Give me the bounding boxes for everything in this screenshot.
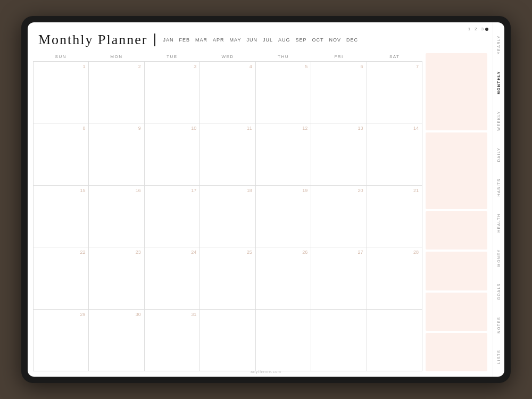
page-num-2: 2 [475,27,477,31]
date-number-22: 22 [80,250,85,255]
cal-cell-28[interactable]: 28 [367,247,422,309]
cal-cell-8[interactable]: 8 [34,123,89,185]
side-block-5 [426,293,487,331]
cal-cell-18[interactable]: 18 [200,186,255,247]
date-number-15: 15 [80,188,85,193]
nav-weekly[interactable]: WEEKLY [496,109,502,133]
cal-cell-3[interactable]: 3 [145,62,200,123]
date-number-12: 12 [302,126,307,131]
nav-notes[interactable]: NOTES [496,314,502,336]
cal-cell-32[interactable] [200,310,255,371]
date-number-16: 16 [136,188,141,193]
day-sun: SUN [33,53,89,60]
date-number-8: 8 [82,126,85,131]
calendar-grid-container: SUN MON TUE WED THU FRI SAT 123456789101… [33,53,422,371]
cal-cell-5[interactable]: 5 [256,62,311,123]
date-number-1: 1 [82,64,85,69]
cal-cell-34[interactable] [311,310,367,371]
date-number-23: 23 [136,250,141,255]
cal-cell-4[interactable]: 4 [200,62,255,123]
day-tue: TUE [144,53,200,60]
sidebar-nav: YEARLY MONTHLY WEEKLY DAILY HABITS HEALT… [493,22,504,377]
date-number-14: 14 [413,126,419,131]
cal-cell-33[interactable] [256,310,311,371]
nav-lists[interactable]: LISTS [496,347,502,366]
date-number-17: 17 [191,188,196,193]
cal-cell-23[interactable]: 23 [89,247,144,309]
cal-cell-19[interactable]: 19 [256,186,311,247]
month-jul[interactable]: JUL [262,36,273,44]
cal-cell-10[interactable]: 10 [145,123,200,185]
nav-daily[interactable]: DAILY [496,145,502,164]
nav-goals[interactable]: GOALS [496,281,502,302]
cal-cell-27[interactable]: 27 [311,247,367,309]
day-headers: SUN MON TUE WED THU FRI SAT [33,53,422,60]
date-number-27: 27 [358,250,363,255]
date-number-9: 9 [138,126,141,131]
cal-cell-14[interactable]: 14 [367,123,422,185]
nav-yearly[interactable]: YEARLY [496,33,502,56]
month-tabs: JAN FEB MAR APR MAY JUN JUL AUG SEP OCT … [163,36,359,44]
nav-monthly[interactable]: MONTHLY [496,69,502,96]
cal-cell-25[interactable]: 25 [200,247,255,309]
header-divider [154,34,155,46]
cal-cell-9[interactable]: 9 [89,123,144,185]
date-number-3: 3 [194,64,196,69]
cal-cell-15[interactable]: 15 [34,186,89,247]
date-number-6: 6 [361,64,363,69]
calendar-area: SUN MON TUE WED THU FRI SAT 123456789101… [33,53,487,371]
cal-cell-2[interactable]: 2 [89,62,144,123]
cal-cell-13[interactable]: 13 [311,123,367,185]
cal-cell-29[interactable]: 29 [34,310,89,371]
side-block-6 [426,333,487,371]
cal-cell-6[interactable]: 6 [311,62,367,123]
month-may[interactable]: MAY [229,36,242,44]
cal-cell-26[interactable]: 26 [256,247,311,309]
side-block-3 [426,211,487,250]
date-number-24: 24 [191,250,196,255]
day-thu: THU [255,53,311,60]
month-mar[interactable]: MAR [195,36,208,44]
cal-cell-22[interactable]: 22 [34,247,89,309]
cal-cell-16[interactable]: 16 [89,186,144,247]
date-number-7: 7 [416,64,419,69]
side-block-1 [426,53,487,130]
month-oct[interactable]: OCT [311,36,324,44]
date-number-13: 13 [358,126,363,131]
month-dec[interactable]: DEC [346,36,359,44]
cal-cell-20[interactable]: 20 [311,186,367,247]
cal-cell-7[interactable]: 7 [367,62,422,123]
nav-health[interactable]: HEALTH [496,211,502,235]
date-number-11: 11 [247,126,252,131]
month-jun[interactable]: JUN [246,36,258,44]
cal-cell-31[interactable]: 31 [145,310,200,371]
month-nov[interactable]: NOV [328,36,342,44]
calendar-grid: 1234567891011121314151617181920212223242… [33,61,422,371]
cal-cell-1[interactable]: 1 [34,62,89,123]
date-number-26: 26 [302,250,307,255]
watermark: anytheme.com [251,370,281,373]
device-screen: 1 2 3 Monthly Planner JAN FEB MAR APR MA… [28,22,504,377]
cal-cell-12[interactable]: 12 [256,123,311,185]
cal-cell-17[interactable]: 17 [145,186,200,247]
day-mon: MON [89,53,145,60]
cal-cell-21[interactable]: 21 [367,186,422,247]
header: Monthly Planner JAN FEB MAR APR MAY JUN … [33,32,487,48]
month-feb[interactable]: FEB [179,36,191,44]
date-number-28: 28 [413,250,419,255]
month-apr[interactable]: APR [212,36,225,44]
cal-cell-35[interactable] [367,310,422,371]
month-jan[interactable]: JAN [163,36,174,44]
side-block-4 [426,252,487,290]
month-sep[interactable]: SEP [295,36,307,44]
cal-cell-24[interactable]: 24 [145,247,200,309]
date-number-30: 30 [136,312,141,317]
nav-money[interactable]: MONEY [496,247,502,269]
month-aug[interactable]: AUG [278,36,291,44]
cal-cell-30[interactable]: 30 [89,310,144,371]
cal-cell-11[interactable]: 11 [200,123,255,185]
side-block-2 [426,132,487,210]
date-number-10: 10 [191,126,196,131]
day-sat: SAT [367,53,422,60]
nav-habits[interactable]: HABITS [496,176,502,198]
